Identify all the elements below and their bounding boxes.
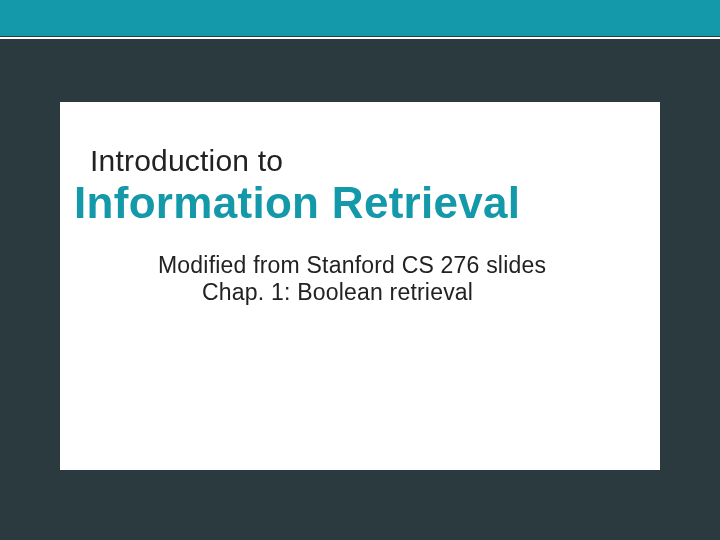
header-bar — [0, 0, 720, 36]
slide-subtitle-line2: Chap. 1: Boolean retrieval — [202, 279, 630, 306]
slide-subtitle-block: Modified from Stanford CS 276 slides Cha… — [158, 252, 630, 306]
slide-subtitle-line1: Modified from Stanford CS 276 slides — [158, 252, 630, 279]
slide-title: Information Retrieval — [74, 180, 630, 226]
slide-content-panel: Introduction to Information Retrieval Mo… — [60, 102, 660, 470]
header-divider — [0, 37, 720, 39]
slide-pretitle: Introduction to — [90, 144, 630, 178]
